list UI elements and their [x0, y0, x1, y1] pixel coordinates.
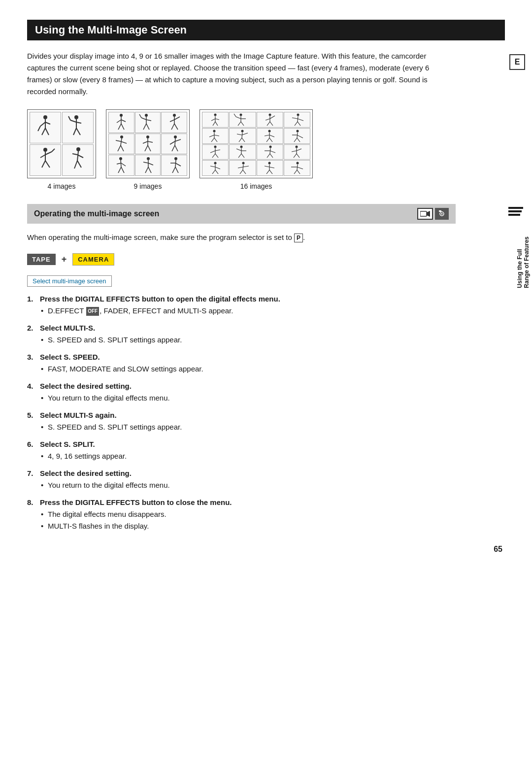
svg-line-128	[297, 135, 303, 138]
svg-line-3	[45, 122, 50, 124]
svg-line-72	[143, 162, 148, 163]
svg-line-6	[38, 126, 40, 131]
step-2-title: Select MULTI-S.	[40, 324, 95, 332]
intro-text: Divides your display image into 4, 9 or …	[27, 50, 456, 98]
figure-cell	[257, 144, 283, 160]
svg-line-171	[266, 170, 269, 174]
page-container: Using the Multi-Image Screen Divides you…	[0, 0, 532, 569]
svg-line-69	[121, 167, 124, 173]
svg-marker-180	[427, 211, 430, 217]
svg-line-59	[175, 138, 175, 145]
grid-container-9	[106, 109, 190, 178]
grid-3x3	[108, 112, 187, 176]
step-7-title: Select the desired setting.	[40, 469, 132, 477]
svg-line-43	[170, 120, 174, 122]
svg-point-161	[242, 162, 245, 165]
svg-line-87	[215, 122, 218, 126]
figure-cell	[284, 128, 310, 144]
step-1-bullets: D.EFFECT OFF, FADER, EFFECT and MULTI-S …	[27, 305, 456, 317]
figure-cell	[284, 144, 310, 160]
svg-rect-183	[439, 210, 441, 212]
step-1-bullet-1: D.EFFECT OFF, FADER, EFFECT and MULTI-S …	[41, 305, 456, 317]
svg-line-80	[172, 167, 175, 173]
svg-line-169	[269, 167, 274, 168]
svg-line-29	[117, 120, 121, 123]
step-4-bullet-1: You return to the digital effects menu.	[41, 392, 456, 404]
svg-line-98	[266, 119, 270, 120]
step-item-8: 8. Press the DIGITAL EFFECTS button to c…	[27, 498, 456, 532]
svg-point-64	[119, 157, 122, 160]
step-8-bullets: The digital effects menu disappears. MUL…	[27, 508, 456, 532]
svg-line-109	[209, 135, 214, 137]
svg-point-107	[213, 130, 216, 132]
svg-point-113	[241, 130, 244, 132]
figure-cell	[202, 160, 229, 176]
section-header: Operating the multi-image screen	[27, 204, 456, 224]
step-item-2: 2. Select MULTI-S. S. SPEED and S. SPLIT…	[27, 324, 456, 346]
p-symbol: P	[294, 234, 303, 242]
svg-point-82	[214, 113, 217, 116]
svg-line-151	[297, 149, 301, 151]
figure-cell	[30, 144, 61, 176]
svg-line-154	[297, 154, 299, 158]
figure-cell	[284, 160, 310, 176]
video-camera-icon	[417, 208, 433, 220]
svg-line-24	[72, 154, 77, 155]
svg-line-114	[242, 133, 242, 138]
step-8-title-row: 8. Press the DIGITAL EFFECTS button to c…	[27, 498, 456, 506]
svg-line-172	[269, 170, 272, 174]
step-3-number: 3.	[27, 353, 37, 361]
svg-line-13	[68, 116, 70, 120]
grid-4x4	[202, 112, 310, 176]
svg-line-136	[215, 154, 218, 158]
svg-line-48	[121, 141, 127, 143]
image-block-16: 16 images	[200, 109, 313, 190]
svg-line-51	[121, 145, 124, 151]
svg-line-17	[40, 155, 45, 158]
svg-line-66	[121, 163, 126, 166]
step-7-number: 7.	[27, 469, 37, 477]
svg-line-74	[145, 167, 148, 173]
step-8-number: 8.	[27, 498, 37, 506]
svg-line-115	[237, 134, 242, 135]
step-1-number: 1.	[27, 295, 37, 303]
svg-line-67	[117, 163, 121, 164]
step-5-number: 5.	[27, 411, 37, 419]
svg-line-50	[118, 145, 121, 151]
svg-line-60	[170, 141, 175, 144]
step-7-bullets: You return to the digital effects menu.	[27, 479, 456, 491]
svg-point-52	[146, 135, 149, 138]
figure-cell	[108, 134, 134, 155]
svg-line-49	[116, 140, 121, 141]
svg-point-7	[74, 115, 78, 119]
svg-point-137	[240, 146, 243, 148]
svg-point-131	[214, 146, 217, 148]
figure-cell	[30, 112, 61, 143]
svg-line-153	[294, 154, 297, 158]
image-label-9: 9 images	[134, 182, 162, 190]
image-label-4: 4 images	[48, 182, 76, 190]
step-2-number: 2.	[27, 324, 37, 332]
svg-line-26	[77, 161, 81, 168]
svg-line-123	[266, 138, 269, 142]
svg-point-167	[268, 162, 270, 165]
svg-line-160	[215, 170, 218, 174]
svg-line-42	[174, 117, 180, 120]
svg-point-58	[174, 135, 177, 138]
svg-line-121	[269, 135, 274, 137]
svg-line-45	[174, 124, 178, 130]
svg-line-20	[52, 149, 55, 152]
svg-line-86	[213, 122, 215, 126]
svg-line-75	[148, 167, 151, 173]
svg-line-135	[212, 154, 215, 158]
svg-line-31	[118, 124, 121, 130]
svg-line-92	[238, 122, 241, 126]
svg-line-44	[171, 124, 174, 130]
figure-cell	[202, 144, 229, 160]
svg-point-119	[268, 130, 270, 132]
figure-cell	[161, 134, 187, 155]
svg-line-117	[239, 138, 242, 142]
step-7-title-row: 7. Select the desired setting.	[27, 469, 456, 477]
svg-point-14	[43, 148, 47, 152]
step-8-title: Press the DIGITAL EFFECTS button to clos…	[40, 498, 232, 506]
